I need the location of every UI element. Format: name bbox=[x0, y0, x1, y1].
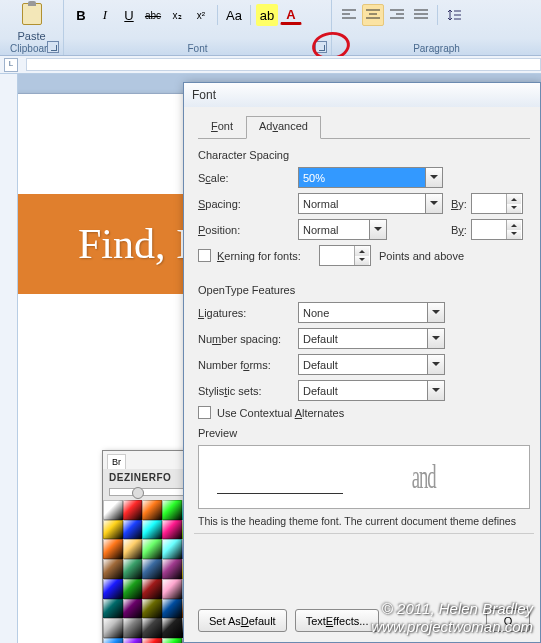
position-dropdown-button[interactable] bbox=[370, 219, 387, 240]
stylistic-sets-label: Stylistic sets:Stylistic sets: bbox=[198, 385, 298, 397]
scale-label: Scale:Scale: bbox=[198, 172, 298, 184]
swatch[interactable] bbox=[162, 559, 182, 579]
swatch[interactable] bbox=[142, 520, 162, 540]
underline-button[interactable]: U bbox=[118, 4, 140, 26]
spacing-label: Spacing:Spacing: bbox=[198, 198, 298, 210]
number-spacing-label: Number spacing:Number spacing: bbox=[198, 333, 298, 345]
number-spacing-dropdown-button[interactable] bbox=[428, 328, 445, 349]
kerning-checkbox[interactable] bbox=[198, 249, 211, 262]
horizontal-ruler[interactable]: L bbox=[0, 56, 541, 74]
swatch[interactable] bbox=[162, 539, 182, 559]
number-spacing-combobox[interactable]: Default bbox=[298, 328, 428, 349]
subscript-button[interactable]: x₂ bbox=[166, 4, 188, 26]
font-group-label: Font bbox=[64, 43, 331, 54]
swatch[interactable] bbox=[103, 638, 123, 643]
align-left-button[interactable] bbox=[338, 4, 360, 26]
swatch[interactable] bbox=[123, 500, 143, 520]
align-center-button[interactable] bbox=[362, 4, 384, 26]
contextual-alternates-label: Use Contextual AlternatesUse Contextual … bbox=[217, 407, 344, 419]
opentype-legend: OpenType Features bbox=[198, 284, 530, 296]
swatch[interactable] bbox=[142, 579, 162, 599]
swatch[interactable] bbox=[103, 539, 123, 559]
number-forms-dropdown-button[interactable] bbox=[428, 354, 445, 375]
swatch[interactable] bbox=[162, 638, 182, 643]
tab-selector[interactable]: L bbox=[4, 58, 18, 72]
text-effects-button[interactable]: Text Effects...Text Effects... bbox=[295, 609, 380, 632]
bold-button[interactable]: B bbox=[70, 4, 92, 26]
swatch[interactable] bbox=[123, 599, 143, 619]
dialog-titlebar[interactable]: Font bbox=[184, 83, 540, 107]
set-as-default-button[interactable]: Set As DefaultSet As Default bbox=[198, 609, 287, 632]
font-dialog: Font FFontont AdvancedAdvanced Character… bbox=[183, 82, 541, 643]
paragraph-group-label: Paragraph bbox=[332, 43, 541, 54]
number-forms-label: Number forms:Number forms: bbox=[198, 359, 298, 371]
number-forms-combobox[interactable]: Default bbox=[298, 354, 428, 375]
spacing-combobox[interactable]: Normal bbox=[298, 193, 426, 214]
stylistic-sets-combobox[interactable]: Default bbox=[298, 380, 428, 401]
swatch[interactable] bbox=[123, 618, 143, 638]
strikethrough-button[interactable]: abc bbox=[142, 4, 164, 26]
spacing-by-spinner[interactable] bbox=[471, 193, 523, 214]
swatch[interactable] bbox=[162, 599, 182, 619]
preview-sample-text: and bbox=[412, 458, 436, 496]
swatch[interactable] bbox=[103, 520, 123, 540]
kerning-suffix: Points and above bbox=[371, 250, 464, 262]
swatch[interactable] bbox=[123, 559, 143, 579]
line-spacing-button[interactable] bbox=[443, 4, 465, 26]
swatch[interactable] bbox=[162, 579, 182, 599]
swatch[interactable] bbox=[103, 579, 123, 599]
ribbon-group-clipboard: Paste Clipboard bbox=[0, 0, 64, 55]
superscript-button[interactable]: x² bbox=[190, 4, 212, 26]
swatch[interactable] bbox=[103, 559, 123, 579]
highlight-button[interactable]: ab bbox=[256, 4, 278, 26]
ligatures-label: Ligatures:Ligatures: bbox=[198, 307, 298, 319]
kerning-label: Kerning for fonts:Kerning for fonts: bbox=[217, 250, 313, 262]
clipboard-launcher[interactable] bbox=[47, 41, 59, 53]
font-dialog-launcher[interactable] bbox=[315, 41, 327, 53]
align-justify-button[interactable] bbox=[410, 4, 432, 26]
font-color-button[interactable]: A bbox=[280, 6, 302, 25]
swatch[interactable] bbox=[123, 638, 143, 643]
tab-font[interactable]: FFontont bbox=[198, 116, 246, 139]
ok-button[interactable]: O bbox=[486, 609, 530, 632]
swatch[interactable] bbox=[123, 579, 143, 599]
align-right-button[interactable] bbox=[386, 4, 408, 26]
change-case-button[interactable]: Aa bbox=[223, 4, 245, 26]
italic-button[interactable]: I bbox=[94, 4, 116, 26]
stylistic-sets-dropdown-button[interactable] bbox=[428, 380, 445, 401]
kerning-spinner[interactable] bbox=[319, 245, 371, 266]
swatch[interactable] bbox=[103, 618, 123, 638]
vertical-ruler[interactable] bbox=[0, 74, 18, 643]
tab-advanced[interactable]: AdvancedAdvanced bbox=[246, 116, 321, 139]
swatch[interactable] bbox=[142, 559, 162, 579]
swatch[interactable] bbox=[142, 599, 162, 619]
swatch[interactable] bbox=[162, 500, 182, 520]
scale-combobox[interactable]: 50% bbox=[298, 167, 426, 188]
swatch[interactable] bbox=[103, 599, 123, 619]
preview-box: and bbox=[198, 445, 530, 509]
preview-legend: Preview bbox=[198, 427, 530, 439]
contextual-alternates-checkbox[interactable] bbox=[198, 406, 211, 419]
swatch[interactable] bbox=[162, 520, 182, 540]
ligatures-combobox[interactable]: None bbox=[298, 302, 428, 323]
ribbon: Paste Clipboard B I U abc x₂ x² Aa ab A … bbox=[0, 0, 541, 56]
swatch[interactable] bbox=[103, 500, 123, 520]
swatch[interactable] bbox=[123, 520, 143, 540]
position-label: Position:Position: bbox=[198, 224, 298, 236]
ligatures-dropdown-button[interactable] bbox=[428, 302, 445, 323]
swatches-tab[interactable]: Br bbox=[107, 454, 126, 469]
scale-dropdown-button[interactable] bbox=[426, 167, 443, 188]
spacing-by-label: By:By: bbox=[443, 198, 471, 210]
swatch[interactable] bbox=[142, 638, 162, 643]
preview-underline bbox=[217, 493, 343, 494]
paste-button[interactable] bbox=[6, 2, 58, 26]
position-combobox[interactable]: Normal bbox=[298, 219, 370, 240]
swatch[interactable] bbox=[142, 618, 162, 638]
position-by-spinner[interactable] bbox=[471, 219, 523, 240]
preview-group: Preview and This is the heading theme fo… bbox=[198, 427, 530, 527]
swatch[interactable] bbox=[162, 618, 182, 638]
swatch[interactable] bbox=[142, 539, 162, 559]
swatch[interactable] bbox=[123, 539, 143, 559]
spacing-dropdown-button[interactable] bbox=[426, 193, 443, 214]
swatch[interactable] bbox=[142, 500, 162, 520]
